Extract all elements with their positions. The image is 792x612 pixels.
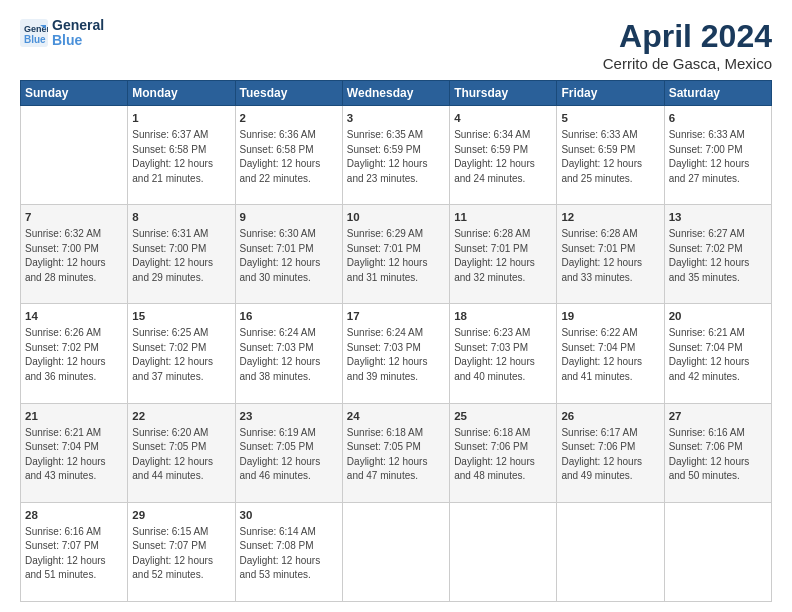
cell-week4-day4: 25Sunrise: 6:18 AMSunset: 7:06 PMDayligh… bbox=[450, 403, 557, 502]
cell-week3-day3: 17Sunrise: 6:24 AMSunset: 7:03 PMDayligh… bbox=[342, 304, 449, 403]
header: General Blue General Blue April 2024 Cer… bbox=[20, 18, 772, 72]
logo: General Blue General Blue bbox=[20, 18, 104, 49]
day-number: 29 bbox=[132, 507, 230, 523]
day-number: 28 bbox=[25, 507, 123, 523]
cell-week5-day0: 28Sunrise: 6:16 AMSunset: 7:07 PMDayligh… bbox=[21, 502, 128, 601]
cell-week1-day3: 3Sunrise: 6:35 AMSunset: 6:59 PMDaylight… bbox=[342, 106, 449, 205]
cell-week2-day4: 11Sunrise: 6:28 AMSunset: 7:01 PMDayligh… bbox=[450, 205, 557, 304]
day-number: 19 bbox=[561, 308, 659, 324]
title-area: April 2024 Cerrito de Gasca, Mexico bbox=[603, 18, 772, 72]
cell-week4-day0: 21Sunrise: 6:21 AMSunset: 7:04 PMDayligh… bbox=[21, 403, 128, 502]
cell-content: Sunrise: 6:15 AMSunset: 7:07 PMDaylight:… bbox=[132, 525, 230, 583]
cell-week1-day2: 2Sunrise: 6:36 AMSunset: 6:58 PMDaylight… bbox=[235, 106, 342, 205]
cell-content: Sunrise: 6:22 AMSunset: 7:04 PMDaylight:… bbox=[561, 326, 659, 384]
day-number: 1 bbox=[132, 110, 230, 126]
cell-content: Sunrise: 6:16 AMSunset: 7:06 PMDaylight:… bbox=[669, 426, 767, 484]
col-header-sunday: Sunday bbox=[21, 81, 128, 106]
day-number: 21 bbox=[25, 408, 123, 424]
day-number: 15 bbox=[132, 308, 230, 324]
logo-icon: General Blue bbox=[20, 19, 48, 47]
calendar-table: SundayMondayTuesdayWednesdayThursdayFrid… bbox=[20, 80, 772, 602]
cell-content: Sunrise: 6:23 AMSunset: 7:03 PMDaylight:… bbox=[454, 326, 552, 384]
cell-week5-day4 bbox=[450, 502, 557, 601]
cell-content: Sunrise: 6:20 AMSunset: 7:05 PMDaylight:… bbox=[132, 426, 230, 484]
cell-week2-day1: 8Sunrise: 6:31 AMSunset: 7:00 PMDaylight… bbox=[128, 205, 235, 304]
svg-text:Blue: Blue bbox=[24, 34, 46, 45]
cell-content: Sunrise: 6:33 AMSunset: 6:59 PMDaylight:… bbox=[561, 128, 659, 186]
cell-content: Sunrise: 6:27 AMSunset: 7:02 PMDaylight:… bbox=[669, 227, 767, 285]
cell-week3-day1: 15Sunrise: 6:25 AMSunset: 7:02 PMDayligh… bbox=[128, 304, 235, 403]
cell-week1-day4: 4Sunrise: 6:34 AMSunset: 6:59 PMDaylight… bbox=[450, 106, 557, 205]
cell-week5-day3 bbox=[342, 502, 449, 601]
day-number: 17 bbox=[347, 308, 445, 324]
cell-content: Sunrise: 6:34 AMSunset: 6:59 PMDaylight:… bbox=[454, 128, 552, 186]
cell-content: Sunrise: 6:31 AMSunset: 7:00 PMDaylight:… bbox=[132, 227, 230, 285]
day-number: 22 bbox=[132, 408, 230, 424]
day-number: 9 bbox=[240, 209, 338, 225]
cell-content: Sunrise: 6:25 AMSunset: 7:02 PMDaylight:… bbox=[132, 326, 230, 384]
col-header-monday: Monday bbox=[128, 81, 235, 106]
cell-week2-day2: 9Sunrise: 6:30 AMSunset: 7:01 PMDaylight… bbox=[235, 205, 342, 304]
day-number: 8 bbox=[132, 209, 230, 225]
cell-content: Sunrise: 6:17 AMSunset: 7:06 PMDaylight:… bbox=[561, 426, 659, 484]
cell-week1-day0 bbox=[21, 106, 128, 205]
cell-week4-day2: 23Sunrise: 6:19 AMSunset: 7:05 PMDayligh… bbox=[235, 403, 342, 502]
cell-week2-day6: 13Sunrise: 6:27 AMSunset: 7:02 PMDayligh… bbox=[664, 205, 771, 304]
logo-general: General bbox=[52, 18, 104, 33]
cell-content: Sunrise: 6:24 AMSunset: 7:03 PMDaylight:… bbox=[347, 326, 445, 384]
cell-week3-day0: 14Sunrise: 6:26 AMSunset: 7:02 PMDayligh… bbox=[21, 304, 128, 403]
cell-week1-day1: 1Sunrise: 6:37 AMSunset: 6:58 PMDaylight… bbox=[128, 106, 235, 205]
week-row-1: 1Sunrise: 6:37 AMSunset: 6:58 PMDaylight… bbox=[21, 106, 772, 205]
cell-content: Sunrise: 6:35 AMSunset: 6:59 PMDaylight:… bbox=[347, 128, 445, 186]
cell-content: Sunrise: 6:32 AMSunset: 7:00 PMDaylight:… bbox=[25, 227, 123, 285]
cell-content: Sunrise: 6:30 AMSunset: 7:01 PMDaylight:… bbox=[240, 227, 338, 285]
cell-content: Sunrise: 6:14 AMSunset: 7:08 PMDaylight:… bbox=[240, 525, 338, 583]
cell-week1-day5: 5Sunrise: 6:33 AMSunset: 6:59 PMDaylight… bbox=[557, 106, 664, 205]
day-number: 7 bbox=[25, 209, 123, 225]
cell-content: Sunrise: 6:28 AMSunset: 7:01 PMDaylight:… bbox=[454, 227, 552, 285]
day-number: 20 bbox=[669, 308, 767, 324]
cell-week5-day2: 30Sunrise: 6:14 AMSunset: 7:08 PMDayligh… bbox=[235, 502, 342, 601]
cell-content: Sunrise: 6:29 AMSunset: 7:01 PMDaylight:… bbox=[347, 227, 445, 285]
day-number: 16 bbox=[240, 308, 338, 324]
col-header-thursday: Thursday bbox=[450, 81, 557, 106]
main-title: April 2024 bbox=[603, 18, 772, 55]
subtitle: Cerrito de Gasca, Mexico bbox=[603, 55, 772, 72]
day-number: 26 bbox=[561, 408, 659, 424]
cell-week4-day3: 24Sunrise: 6:18 AMSunset: 7:05 PMDayligh… bbox=[342, 403, 449, 502]
cell-week5-day1: 29Sunrise: 6:15 AMSunset: 7:07 PMDayligh… bbox=[128, 502, 235, 601]
column-headers: SundayMondayTuesdayWednesdayThursdayFrid… bbox=[21, 81, 772, 106]
day-number: 4 bbox=[454, 110, 552, 126]
cell-content: Sunrise: 6:18 AMSunset: 7:05 PMDaylight:… bbox=[347, 426, 445, 484]
day-number: 11 bbox=[454, 209, 552, 225]
day-number: 24 bbox=[347, 408, 445, 424]
cell-content: Sunrise: 6:21 AMSunset: 7:04 PMDaylight:… bbox=[669, 326, 767, 384]
cell-week3-day2: 16Sunrise: 6:24 AMSunset: 7:03 PMDayligh… bbox=[235, 304, 342, 403]
week-row-3: 14Sunrise: 6:26 AMSunset: 7:02 PMDayligh… bbox=[21, 304, 772, 403]
day-number: 12 bbox=[561, 209, 659, 225]
cell-content: Sunrise: 6:16 AMSunset: 7:07 PMDaylight:… bbox=[25, 525, 123, 583]
col-header-wednesday: Wednesday bbox=[342, 81, 449, 106]
day-number: 14 bbox=[25, 308, 123, 324]
day-number: 13 bbox=[669, 209, 767, 225]
day-number: 23 bbox=[240, 408, 338, 424]
cell-week5-day6 bbox=[664, 502, 771, 601]
cell-week3-day5: 19Sunrise: 6:22 AMSunset: 7:04 PMDayligh… bbox=[557, 304, 664, 403]
day-number: 6 bbox=[669, 110, 767, 126]
day-number: 18 bbox=[454, 308, 552, 324]
day-number: 10 bbox=[347, 209, 445, 225]
cell-week2-day3: 10Sunrise: 6:29 AMSunset: 7:01 PMDayligh… bbox=[342, 205, 449, 304]
cell-week4-day1: 22Sunrise: 6:20 AMSunset: 7:05 PMDayligh… bbox=[128, 403, 235, 502]
cell-week4-day5: 26Sunrise: 6:17 AMSunset: 7:06 PMDayligh… bbox=[557, 403, 664, 502]
col-header-saturday: Saturday bbox=[664, 81, 771, 106]
day-number: 30 bbox=[240, 507, 338, 523]
cell-content: Sunrise: 6:36 AMSunset: 6:58 PMDaylight:… bbox=[240, 128, 338, 186]
cell-week2-day5: 12Sunrise: 6:28 AMSunset: 7:01 PMDayligh… bbox=[557, 205, 664, 304]
logo-blue: Blue bbox=[52, 33, 104, 48]
cell-content: Sunrise: 6:33 AMSunset: 7:00 PMDaylight:… bbox=[669, 128, 767, 186]
page: General Blue General Blue April 2024 Cer… bbox=[0, 0, 792, 612]
week-row-5: 28Sunrise: 6:16 AMSunset: 7:07 PMDayligh… bbox=[21, 502, 772, 601]
cell-content: Sunrise: 6:28 AMSunset: 7:01 PMDaylight:… bbox=[561, 227, 659, 285]
cell-content: Sunrise: 6:21 AMSunset: 7:04 PMDaylight:… bbox=[25, 426, 123, 484]
cell-week3-day6: 20Sunrise: 6:21 AMSunset: 7:04 PMDayligh… bbox=[664, 304, 771, 403]
